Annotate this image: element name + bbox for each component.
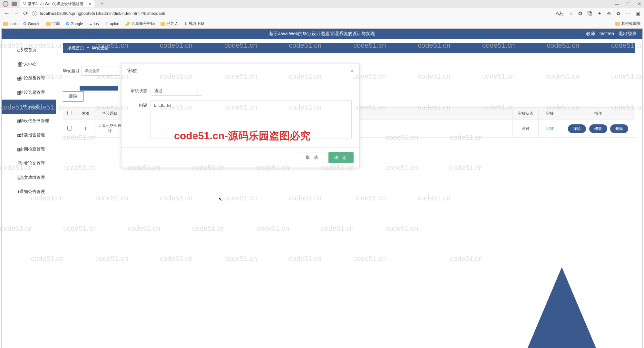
url-path: :8080/springboot96r19/admin/dist/index.h…: [58, 11, 165, 16]
cell-title: 计算机毕业设计: [95, 120, 124, 138]
extension2-icon[interactable]: ⊕: [607, 11, 611, 16]
folder-icon: [3, 22, 8, 26]
profile-avatar-icon[interactable]: [3, 1, 8, 7]
download-icon: ⬇: [184, 22, 187, 26]
cell-index: 1: [76, 120, 95, 138]
cancel-button[interactable]: 取 消: [300, 152, 326, 163]
col-index: 索引: [76, 108, 95, 120]
sidebar-item-thesis[interactable]: 毕业论文管理: [2, 156, 56, 170]
col-ops: 操作: [561, 108, 635, 120]
site-info-icon[interactable]: i: [32, 11, 37, 16]
close-tab-icon[interactable]: ×: [89, 1, 91, 6]
star-icon[interactable]: ☆: [569, 11, 573, 16]
col-title: 毕设题目: [95, 108, 124, 120]
sidebar-item-profile[interactable]: 个人中心: [2, 57, 56, 71]
nav-back-icon[interactable]: ←: [4, 10, 10, 17]
sidebar-item-opening[interactable]: 开题报告管理: [2, 128, 56, 142]
breadcrumb-home[interactable]: 系统首页: [67, 45, 84, 51]
user-name[interactable]: testTea: [600, 31, 614, 37]
col-review: 审核: [539, 108, 561, 120]
window-minimize-icon[interactable]: —: [615, 1, 619, 6]
status-label: 审核状态: [129, 86, 147, 96]
cloud-icon: ☁: [89, 22, 93, 26]
sidebar: 系统首页 个人中心 毕设题目管理 毕设选题管理 毕设选题 毕设任务书管理 开题报…: [2, 39, 56, 348]
extension1-icon[interactable]: ✪: [578, 11, 582, 16]
detail-button[interactable]: 详情: [568, 124, 586, 133]
key-icon: 🔑: [125, 22, 130, 26]
search-label: 毕设题目: [63, 68, 80, 74]
search-input[interactable]: [82, 66, 120, 76]
sidebar-item-selection-mgmt[interactable]: 毕设选题管理: [2, 85, 56, 100]
nav-forward-icon[interactable]: →: [14, 10, 19, 17]
tab-overview-icon[interactable]: [12, 2, 17, 6]
search-underline: [80, 86, 118, 91]
bookmark-imported[interactable]: 已导入: [161, 21, 178, 26]
user-role: 教师: [586, 31, 595, 37]
google-icon: G: [66, 22, 69, 26]
cell-status: 通过: [513, 120, 539, 138]
google-icon: G: [23, 22, 26, 26]
content-label: 内容: [129, 100, 147, 139]
row-delete-button[interactable]: 删除: [610, 124, 628, 133]
content-textarea[interactable]: [151, 100, 352, 139]
window-maximize-icon[interactable]: ▢: [626, 1, 630, 6]
review-modal: 审核 × 审核状态 通过 ⌄ 内容 取 消 确 定: [121, 63, 360, 168]
folder-icon: [46, 22, 51, 26]
confirm-button[interactable]: 确 定: [328, 152, 354, 163]
breadcrumb: 系统首页 ≡ 毕设选题: [63, 43, 635, 53]
breadcrumb-separator-icon: ≡: [87, 46, 89, 51]
folder-icon: [161, 22, 165, 26]
address-bar[interactable]: i localhost:8080/springboot96r19/admin/d…: [32, 11, 552, 16]
bookmark-video[interactable]: ⬇视频下载: [184, 21, 204, 26]
bookmark-google2[interactable]: GGoogle: [66, 22, 83, 26]
sidebar-item-home[interactable]: 系统首页: [2, 43, 56, 57]
app-header: 基于Java Web的毕业设计选题管理系统的设计与实现 教师 testTea 退…: [2, 29, 642, 39]
extension3-icon[interactable]: ✿: [616, 11, 620, 16]
mouse-cursor-icon: ↖: [219, 197, 222, 202]
browser-tab[interactable]: V 基于Java Web的毕业设计选题管... ×: [20, 0, 94, 7]
vue-favicon-icon: V: [23, 2, 26, 6]
sidebar-item-notice[interactable]: 通知公告管理: [2, 185, 56, 199]
sidebar-item-topics[interactable]: 毕设题目管理: [2, 71, 56, 85]
browser-tab-strip: V 基于Java Web的毕业设计选题管... × + — ▢ ✕: [0, 0, 644, 8]
modal-title: 审核: [127, 68, 137, 74]
status-value: 通过: [154, 88, 162, 94]
url-host: localhost: [40, 11, 58, 16]
more-icon[interactable]: ⋯: [626, 11, 630, 16]
edit-button[interactable]: 修改: [589, 124, 607, 133]
other-bookmarks[interactable]: 其他收藏夹: [615, 21, 641, 26]
sidebar-item-selection[interactable]: 毕设选题: [2, 100, 56, 114]
tab-title: 基于Java Web的毕业设计选题管...: [28, 1, 87, 7]
sidebar-item-task[interactable]: 毕设任务书管理: [2, 114, 56, 128]
review-link[interactable]: 审核: [546, 126, 554, 131]
bookmark-uplod[interactable]: ⇧uplod: [105, 22, 119, 26]
new-tab-button[interactable]: +: [98, 1, 106, 7]
status-select[interactable]: 通过 ⌄: [151, 86, 202, 96]
sidebar-item-grades[interactable]: 论文成绩管理: [2, 170, 56, 185]
col-status: 审核状态: [513, 108, 539, 120]
collections-icon[interactable]: ⿻: [588, 11, 592, 16]
row-checkbox[interactable]: [67, 126, 72, 130]
bookmark-treasure[interactable]: 宝藏: [46, 21, 60, 26]
read-aloud-icon[interactable]: Aあ: [556, 10, 564, 16]
breadcrumb-current: 毕设选题: [92, 45, 109, 51]
bookmark-share[interactable]: 🔑共享账号密码: [125, 21, 155, 26]
bookmarks-bar: tools GGoogle 宝藏 GGoogle ☁txy ⇧uplod 🔑共享…: [0, 19, 644, 28]
page-title: 基于Java Web的毕业设计选题管理系统的设计与实现: [269, 31, 375, 37]
browser-toolbar: ← → ⟳ i localhost:8080/springboot96r19/a…: [0, 8, 644, 19]
bookmark-txy[interactable]: ☁txy: [89, 22, 99, 26]
chevron-down-icon: ⌄: [196, 89, 199, 93]
nav-refresh-icon[interactable]: ⟳: [23, 10, 28, 17]
delete-button[interactable]: 删除: [63, 91, 83, 102]
favorites-icon[interactable]: ✦: [598, 11, 602, 16]
sidebar-toggle-icon[interactable]: ▣: [636, 11, 640, 16]
window-close-icon[interactable]: ✕: [638, 1, 641, 6]
select-all-checkbox[interactable]: [67, 111, 72, 115]
logout-link[interactable]: 退出登录: [619, 31, 637, 37]
bookmark-google[interactable]: GGoogle: [23, 22, 40, 26]
modal-close-icon[interactable]: ×: [351, 68, 354, 74]
bookmark-tools[interactable]: tools: [3, 22, 17, 26]
decorative-triangle: [526, 267, 597, 348]
folder-icon: [615, 22, 620, 26]
sidebar-item-midterm[interactable]: 中期检查管理: [2, 142, 56, 156]
